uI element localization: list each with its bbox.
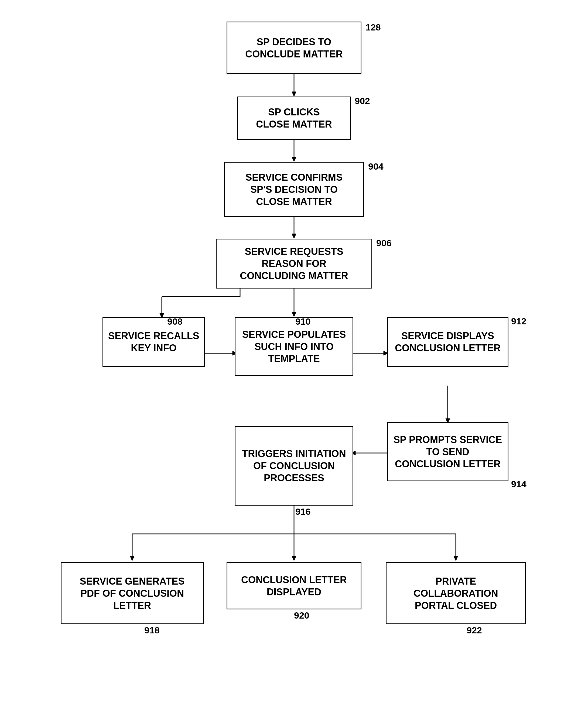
box-918: SERVICE GENERATES PDF OF CONCLUSION LETT… (61, 562, 204, 624)
box-908: SERVICE RECALLS KEY INFO (103, 317, 205, 367)
ref-128: 128 (365, 22, 381, 33)
svg-marker-23 (130, 556, 134, 561)
svg-marker-1 (292, 92, 296, 97)
ref-906: 906 (376, 238, 392, 248)
box-902: SP CLICKS CLOSE MATTER (237, 97, 351, 140)
box-910: SERVICE POPULATES SUCH INFO INTO TEMPLAT… (235, 317, 353, 376)
svg-marker-3 (292, 157, 296, 162)
ref-912: 912 (511, 316, 526, 326)
box-920: CONCLUSION LETTER DISPLAYED (227, 562, 361, 610)
ref-910: 910 (295, 316, 311, 327)
ref-908: 908 (167, 316, 183, 327)
box-914: SP PROMPTS SERVICE TO SEND CONCLUSION LE… (387, 422, 508, 481)
flowchart: SP DECIDES TO CONCLUDE MATTER 128 SP CLI… (0, 0, 588, 724)
ref-902: 902 (355, 96, 370, 106)
box-904: SERVICE CONFIRMS SP'S DECISION TO CLOSE … (224, 162, 364, 217)
svg-marker-5 (292, 234, 296, 239)
svg-marker-27 (454, 556, 458, 561)
svg-marker-25 (292, 556, 296, 561)
ref-920: 920 (294, 610, 309, 621)
box-128: SP DECIDES TO CONCLUDE MATTER (227, 22, 361, 74)
box-916: TRIGGERS INITIATION OF CONCLUSION PROCES… (235, 426, 353, 506)
ref-918: 918 (144, 625, 160, 636)
box-906: SERVICE REQUESTS REASON FOR CONCLUDING M… (216, 239, 372, 289)
ref-904: 904 (368, 161, 383, 172)
ref-916: 916 (295, 506, 311, 517)
ref-914: 914 (511, 479, 526, 489)
box-922: PRIVATE COLLABORATION PORTAL CLOSED (386, 562, 526, 624)
ref-922: 922 (467, 625, 482, 636)
box-912: SERVICE DISPLAYS CONCLUSION LETTER (387, 317, 508, 367)
